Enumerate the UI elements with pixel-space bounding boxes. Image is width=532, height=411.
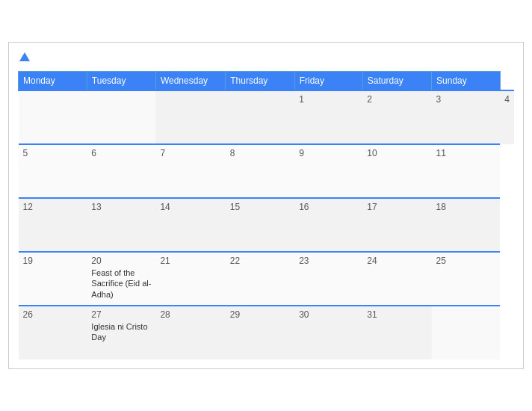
day-cell-30: 30 <box>294 306 362 359</box>
day-number: 17 <box>367 202 427 212</box>
weekday-header-monday: Monday <box>19 72 87 91</box>
day-cell-28: 28 <box>155 306 225 359</box>
day-cell-6: 6 <box>87 144 155 198</box>
logo-triangle-icon <box>19 52 30 61</box>
day-cell-empty <box>226 90 294 144</box>
day-number: 1 <box>299 94 358 105</box>
day-cell-18: 18 <box>432 198 501 252</box>
day-cell-7: 7 <box>155 144 225 198</box>
day-number: 22 <box>230 256 290 266</box>
empty-cell <box>87 90 155 144</box>
week-row-5: 2627Iglesia ni Cristo Day28293031 <box>19 306 515 359</box>
day-cell-15: 15 <box>226 198 294 252</box>
weekday-header-wednesday: Wednesday <box>155 72 225 91</box>
day-cell-26: 26 <box>19 306 87 359</box>
day-number: 25 <box>436 256 496 266</box>
day-number: 26 <box>23 309 83 320</box>
day-number: 9 <box>299 148 358 158</box>
day-cell-31: 31 <box>362 306 431 359</box>
day-cell-empty <box>155 90 225 144</box>
day-number: 23 <box>299 256 358 266</box>
weekday-header-thursday: Thursday <box>226 72 294 91</box>
day-cell-8: 8 <box>226 144 294 198</box>
weekday-header-row: MondayTuesdayWednesdayThursdayFridaySatu… <box>19 72 515 91</box>
day-number: 29 <box>230 309 290 320</box>
day-cell-14: 14 <box>155 198 225 252</box>
event-text: Iglesia ni Cristo Day <box>91 321 151 343</box>
day-number: 31 <box>367 309 427 320</box>
weekday-header-sunday: Sunday <box>432 72 501 91</box>
day-number: 5 <box>23 148 83 158</box>
event-text: Feast of the Sacrifice (Eid al-Adha) <box>91 268 151 300</box>
day-cell-23: 23 <box>294 252 362 306</box>
day-number: 20 <box>91 256 151 266</box>
day-cell-12: 12 <box>19 198 87 252</box>
weekday-header-tuesday: Tuesday <box>87 72 155 91</box>
day-number: 11 <box>436 148 496 158</box>
day-cell-27: 27Iglesia ni Cristo Day <box>87 306 155 359</box>
day-number: 24 <box>367 256 427 266</box>
day-cell-5: 5 <box>19 144 87 198</box>
day-number: 19 <box>23 256 83 266</box>
day-cell-1: 1 <box>294 90 362 144</box>
day-number: 15 <box>230 202 290 212</box>
empty-cell <box>19 90 87 144</box>
day-cell-2: 2 <box>362 90 431 144</box>
day-number: 16 <box>299 202 358 212</box>
day-number: 27 <box>91 309 151 320</box>
week-row-1: 1234 <box>19 90 515 144</box>
week-row-3: 12131415161718 <box>19 198 515 252</box>
day-cell-11: 11 <box>432 144 501 198</box>
day-number: 8 <box>230 148 290 158</box>
day-cell-25: 25 <box>432 252 501 306</box>
day-number: 30 <box>299 309 358 320</box>
day-cell-19: 19 <box>19 252 87 306</box>
day-cell-4: 4 <box>500 90 514 144</box>
day-cell-29: 29 <box>226 306 294 359</box>
day-cell-10: 10 <box>362 144 431 198</box>
day-number: 18 <box>436 202 496 212</box>
day-number: 3 <box>436 94 496 105</box>
day-cell-24: 24 <box>362 252 431 306</box>
week-row-2: 567891011 <box>19 144 515 198</box>
calendar-container: MondayTuesdayWednesdayThursdayFridaySatu… <box>8 42 524 369</box>
day-cell-22: 22 <box>226 252 294 306</box>
day-number: 7 <box>160 148 220 158</box>
day-number: 28 <box>160 309 220 320</box>
day-cell-17: 17 <box>362 198 431 252</box>
day-number: 2 <box>367 94 427 105</box>
day-number: 14 <box>160 202 220 212</box>
day-cell-empty <box>432 306 501 359</box>
day-number: 6 <box>91 148 151 158</box>
weekday-header-friday: Friday <box>294 72 362 91</box>
day-cell-20: 20Feast of the Sacrifice (Eid al-Adha) <box>87 252 155 306</box>
day-number: 12 <box>23 202 83 212</box>
calendar-grid: MondayTuesdayWednesdayThursdayFridaySatu… <box>18 71 514 359</box>
calendar-header <box>18 50 514 65</box>
day-cell-9: 9 <box>294 144 362 198</box>
day-number: 10 <box>367 148 427 158</box>
day-cell-16: 16 <box>294 198 362 252</box>
day-cell-3: 3 <box>432 90 501 144</box>
day-cell-13: 13 <box>87 198 155 252</box>
day-number: 21 <box>160 256 220 266</box>
logo <box>18 53 31 62</box>
day-number: 4 <box>504 94 510 105</box>
week-row-4: 1920Feast of the Sacrifice (Eid al-Adha)… <box>19 252 515 306</box>
weekday-header-saturday: Saturday <box>362 72 431 91</box>
day-cell-21: 21 <box>155 252 225 306</box>
day-number: 13 <box>91 202 151 212</box>
